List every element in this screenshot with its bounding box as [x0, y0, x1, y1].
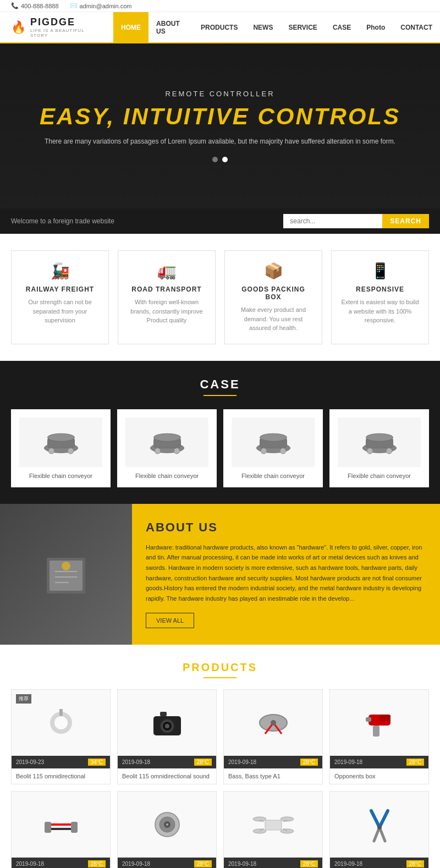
feature-responsive: 📱 RESPONSIVE Extent is easiest way to bu…	[331, 250, 429, 344]
tool-icon	[254, 706, 293, 739]
nav-case[interactable]: CASE	[325, 12, 359, 42]
responsive-desc: Extent is easiest way to build a website…	[340, 298, 420, 325]
svg-line-62	[374, 827, 380, 841]
hero-description: There are many variations of passages of…	[40, 136, 400, 147]
product-card-3[interactable]: 2019-09-18 28°C Opponents box	[329, 689, 429, 784]
nav-service[interactable]: SERVICE	[280, 12, 324, 42]
product-date-7: 2019-09-18	[334, 861, 362, 867]
svg-point-33	[165, 724, 169, 728]
speaker-icon	[148, 808, 186, 841]
svg-line-63	[380, 827, 385, 841]
product-name-2: Bass, Bass type A1	[224, 768, 322, 784]
product-meta-5: 2019-09-18 28°C	[118, 858, 216, 868]
svg-rect-45	[45, 822, 51, 833]
hero-dot-1[interactable]	[212, 157, 218, 162]
svg-point-2	[47, 433, 74, 441]
svg-point-64	[377, 825, 382, 829]
svg-rect-34	[160, 712, 167, 716]
responsive-icon: 📱	[340, 262, 420, 280]
case-img-1	[19, 417, 102, 467]
search-form: SEARCH	[283, 214, 429, 228]
case-section: CASE Flexible chain conveyor	[0, 361, 440, 504]
svg-point-8	[155, 448, 161, 454]
phone-icon: 📞	[11, 2, 19, 9]
svg-rect-41	[373, 726, 380, 737]
svg-point-17	[366, 433, 393, 441]
product-card-6[interactable]: 2019-09-18 28°C Beosound rotation contro…	[223, 791, 323, 868]
product-temp-7: 28°C	[406, 860, 424, 867]
conveyor-icon-1	[42, 423, 80, 462]
about-text: Hardware: traditional hardware products,…	[146, 542, 426, 604]
nav-photo[interactable]: Photo	[359, 12, 393, 42]
case-item-1[interactable]: Flexible chain conveyor	[11, 409, 111, 487]
products-title-line	[204, 677, 237, 678]
product-date-5: 2019-09-18	[122, 861, 150, 867]
product-date-0: 2019-09-23	[16, 759, 44, 765]
product-card-2[interactable]: 2019-09-18 28°C Bass, Bass type A1	[223, 689, 323, 784]
brand-name: PIGDGE	[30, 17, 75, 28]
gun-icon	[363, 704, 396, 742]
nav-about[interactable]: ABOUT US	[148, 12, 193, 42]
nav-contact[interactable]: CONTACT	[393, 12, 440, 42]
case-item-4[interactable]: Flexible chain conveyor	[329, 409, 429, 487]
svg-point-53	[280, 817, 294, 821]
svg-point-18	[367, 448, 373, 454]
product-temp-6: 28°C	[300, 860, 318, 867]
email-info: ✉️ admin@admin.com	[70, 2, 132, 9]
product-card-0[interactable]: 推荐 2019-09-23 34°C Beolit 115 omnidirect…	[11, 689, 111, 784]
product-card-4[interactable]: 2019-09-18 28°C BeoPlay two speakers	[11, 791, 111, 868]
case-grid: Flexible chain conveyor Flexible chain c…	[11, 409, 429, 487]
hero-content: REMOTE CONTROLLER EASY, INTUITIVE CONTRO…	[40, 90, 400, 162]
svg-point-38	[271, 720, 276, 726]
cable-icon	[42, 808, 80, 841]
product-card-5[interactable]: 2019-09-18 28°C BeoPlay A9 wireless spea…	[117, 791, 217, 868]
product-card-7[interactable]: 2019-09-18 28°C Spring up across the che…	[329, 791, 429, 868]
brand-tagline: LIFE IS A BEAUTIFUL STORY	[30, 28, 102, 38]
svg-point-12	[260, 433, 287, 441]
svg-line-60	[371, 811, 380, 827]
about-title: ABOUT US	[146, 520, 426, 535]
hero-dot-2[interactable]	[222, 157, 228, 162]
svg-point-13	[261, 448, 267, 454]
product-meta-2: 2019-09-18 28°C	[224, 756, 322, 768]
products-grid: 推荐 2019-09-23 34°C Beolit 115 omnidirect…	[11, 689, 429, 868]
road-desc: With foreign well-known brands, constant…	[127, 298, 207, 325]
product-temp-5: 28°C	[194, 860, 212, 867]
conveyor-icon-4	[360, 423, 399, 462]
case-item-2[interactable]: Flexible chain conveyor	[117, 409, 217, 487]
top-bar: 📞 400-888-8888 ✉️ admin@admin.com	[0, 0, 440, 12]
search-input[interactable]	[283, 214, 382, 228]
phone-number: 400-888-8888	[21, 3, 59, 9]
product-temp-1: 28°C	[194, 759, 212, 766]
case-title: CASE	[11, 377, 429, 392]
product-date-3: 2019-09-18	[334, 759, 362, 765]
view-all-button[interactable]: VIEW ALL	[146, 613, 194, 628]
product-meta-3: 2019-09-18 28°C	[330, 756, 428, 768]
feature-railway: 🚂 RAILWAY FREIGHT Our strength can not b…	[11, 250, 109, 344]
nav-news[interactable]: NEWS	[245, 12, 280, 42]
case-item-3[interactable]: Flexible chain conveyor	[223, 409, 323, 487]
about-image	[0, 504, 132, 645]
product-img-6	[224, 792, 322, 858]
search-button[interactable]: SEARCH	[382, 214, 429, 228]
product-card-1[interactable]: 2019-09-18 28°C Beolit 115 omnidirection…	[117, 689, 217, 784]
svg-point-3	[48, 448, 54, 454]
nav-home[interactable]: HOME	[113, 12, 148, 42]
hero-title: EASY, INTUITIVE CONTROLS	[40, 103, 400, 130]
light-icon	[42, 704, 80, 742]
road-icon: 🚛	[127, 262, 207, 280]
case-label-2: Flexible chain conveyor	[125, 473, 208, 479]
features-section: 🚂 RAILWAY FREIGHT Our strength can not b…	[0, 234, 440, 361]
svg-point-14	[280, 448, 286, 454]
svg-line-61	[380, 811, 388, 827]
nav-products[interactable]: PRODUCTS	[193, 12, 245, 42]
product-meta-0: 2019-09-23 34°C	[12, 756, 110, 768]
svg-point-9	[174, 448, 180, 454]
conveyor-icon-2	[148, 423, 186, 462]
packing-title: GOODS PACKING BOX	[233, 285, 314, 301]
product-temp-3: 28°C	[406, 759, 424, 766]
product-temp-2: 28°C	[300, 759, 318, 766]
product-temp-0: 34°C	[88, 759, 106, 766]
nav-links: HOME ABOUT US PRODUCTS NEWS SERVICE CASE…	[113, 12, 440, 42]
packing-desc: Make every product and demand. You use r…	[233, 305, 314, 333]
